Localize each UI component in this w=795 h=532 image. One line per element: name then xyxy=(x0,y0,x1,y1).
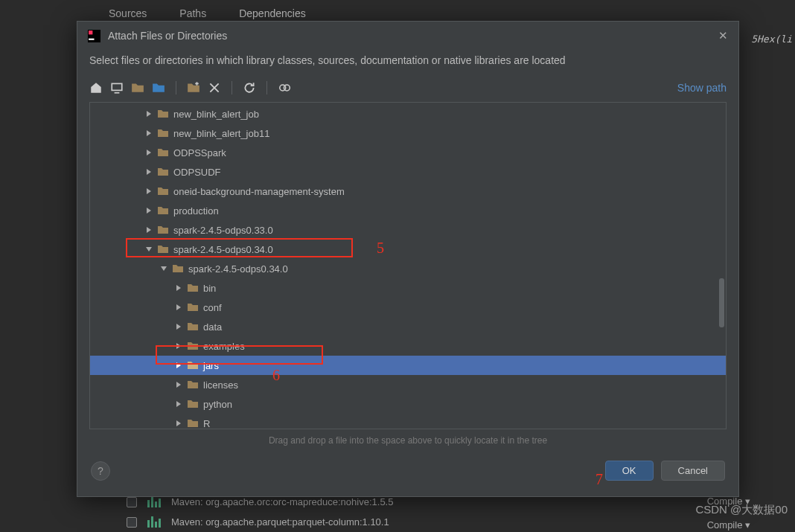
desktop-icon[interactable] xyxy=(110,81,124,94)
attach-files-dialog: Attach Files or Directories ✕ Select fil… xyxy=(77,21,739,497)
bg-code-text: 5Hex(li xyxy=(751,33,792,45)
svg-rect-2 xyxy=(89,38,94,39)
library-icon xyxy=(147,496,161,507)
tree-folder[interactable]: spark-2.4.5-odps0.33.0 xyxy=(90,220,726,240)
tree-folder-expanded[interactable]: spark-2.4.5-odps0.34.0 xyxy=(90,240,726,259)
tree-folder[interactable]: bin xyxy=(90,278,726,298)
scrollbar-thumb[interactable] xyxy=(719,278,724,327)
dialog-title: Attach Files or Directories xyxy=(108,30,718,42)
svg-rect-1 xyxy=(89,31,92,34)
tree-folder[interactable]: R xyxy=(90,414,726,429)
tree-folder[interactable]: conf xyxy=(90,298,726,317)
dialog-subtitle: Select files or directories in which lib… xyxy=(77,48,738,77)
cancel-button[interactable]: Cancel xyxy=(661,461,725,481)
checkbox[interactable] xyxy=(127,497,137,507)
svg-point-5 xyxy=(284,85,290,91)
home-icon[interactable] xyxy=(89,81,103,94)
project-folder-icon[interactable] xyxy=(131,81,144,94)
library-icon xyxy=(147,516,161,528)
show-hidden-icon[interactable] xyxy=(278,81,291,94)
ok-button[interactable]: OK xyxy=(605,461,654,481)
tree-folder[interactable]: ODPSSpark xyxy=(90,143,726,162)
compile-scope[interactable]: Compile ▾ xyxy=(707,519,750,531)
tree-folder-selected[interactable]: jars xyxy=(90,356,726,375)
tree-folder[interactable]: python xyxy=(90,394,726,414)
lib-label: Maven: org.apache.orc:orc-mapreduce:nohi… xyxy=(171,496,393,507)
compile-scope[interactable]: Compile ▾ xyxy=(707,496,750,507)
module-folder-icon[interactable] xyxy=(152,81,165,94)
show-path-link[interactable]: Show path xyxy=(677,82,727,94)
tree-folder[interactable]: production xyxy=(90,201,726,220)
help-button[interactable]: ? xyxy=(91,461,110,481)
refresh-icon[interactable] xyxy=(243,81,256,94)
lib-row[interactable]: Maven: org.apache.parquet:parquet-column… xyxy=(127,512,393,532)
new-folder-icon[interactable] xyxy=(187,81,200,94)
tree-folder[interactable]: oneid-background-management-system xyxy=(90,182,726,201)
file-tree[interactable]: new_blink_alert_job new_blink_alert_job1… xyxy=(89,102,727,429)
svg-rect-3 xyxy=(112,83,122,90)
tree-folder[interactable]: licenses xyxy=(90,375,726,394)
tree-folder-expanded[interactable]: spark-2.4.5-odps0.34.0 xyxy=(90,259,726,278)
tree-folder[interactable]: data xyxy=(90,317,726,336)
lib-label: Maven: org.apache.parquet:parquet-column… xyxy=(171,516,389,528)
tree-folder[interactable]: ODPSUDF xyxy=(90,162,726,182)
drag-hint: Drag and drop a file into the space abov… xyxy=(77,429,738,452)
tree-folder[interactable]: new_blink_alert_job11 xyxy=(90,124,726,143)
checkbox[interactable] xyxy=(127,517,137,528)
intellij-icon xyxy=(88,30,100,42)
close-icon[interactable]: ✕ xyxy=(718,29,728,42)
tree-folder[interactable]: new_blink_alert_job xyxy=(90,104,726,124)
tree-folder[interactable]: examples xyxy=(90,336,726,356)
delete-icon[interactable] xyxy=(208,81,221,94)
